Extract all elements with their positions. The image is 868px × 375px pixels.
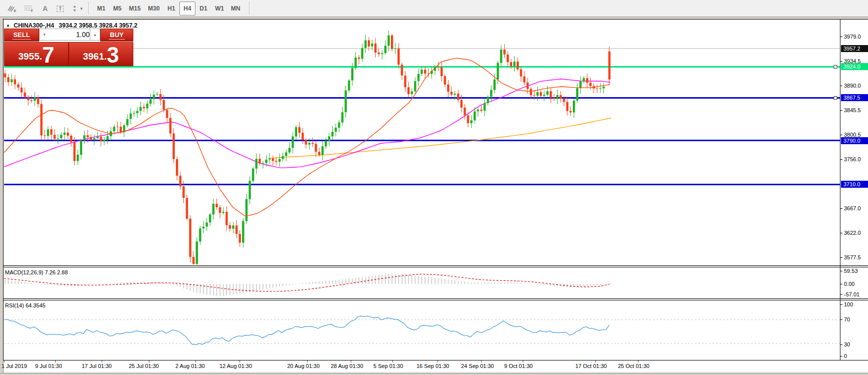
axis-tick <box>840 356 842 356</box>
sell-button-label: SELL <box>12 31 31 40</box>
axis-tick <box>840 344 842 345</box>
axis-tick <box>840 61 842 62</box>
axis-tick <box>840 294 842 295</box>
volume-increase-button[interactable]: ▲ <box>90 29 100 41</box>
axis-tick <box>840 304 842 305</box>
axis-tick <box>840 257 842 258</box>
price-tick-label: 3845.5 <box>844 107 861 113</box>
axis-tick <box>840 233 842 233</box>
price-level-badge: 3957.2 <box>841 45 868 52</box>
price-tick-label: 3577.5 <box>844 254 861 260</box>
rsi-tick-label: 30 <box>844 341 850 347</box>
axis-tick <box>840 37 842 37</box>
buy-price-fraction: 3 <box>107 45 119 66</box>
sell-price-fraction: 7 <box>42 45 54 66</box>
buy-button-label: BUY <box>109 31 124 40</box>
price-axis-border <box>840 19 840 360</box>
axis-tick <box>840 135 842 135</box>
price-level-badge: 3790.0 <box>841 137 868 144</box>
buy-price-main: 3961 <box>83 51 104 66</box>
symbol-period-label: CHINA300-,H4 <box>14 22 54 29</box>
volume-input[interactable] <box>49 29 93 41</box>
price-level-badge: 3867.5 <box>841 94 868 101</box>
price-level-badge: 3924.0 <box>841 63 868 70</box>
price-level-badge: 3710.0 <box>841 181 868 188</box>
axis-tick <box>840 208 842 209</box>
axis-tick <box>840 159 842 160</box>
sell-button[interactable]: SELL <box>4 29 39 42</box>
macd-tick-label: 0.00 <box>844 281 854 287</box>
rsi-tick-label: 100 <box>844 301 853 307</box>
macd-tick-label: 59.53 <box>844 268 858 274</box>
price-tick-label: 3756.0 <box>844 156 861 162</box>
ohlc-values: 3934.2 3958.5 3928.4 3957.2 <box>59 22 137 29</box>
rsi-label: RSI(14) 64.3545 <box>5 302 46 308</box>
rsi-tick-label: 0 <box>844 353 847 359</box>
macd-tick-label: -57.01 <box>844 291 859 297</box>
price-tick-label: 3622.0 <box>844 230 861 236</box>
collapse-triangle-icon[interactable]: ▲ <box>6 23 10 28</box>
price-tick-label: 3667.0 <box>844 205 861 211</box>
sell-price-tile[interactable]: 3955 . 7 <box>4 42 69 66</box>
spinner-up-icon: ▲ <box>93 33 97 37</box>
buy-price-tile[interactable]: 3961 . 3 <box>69 42 133 66</box>
rsi-tick-label: 70 <box>844 316 850 322</box>
axis-tick <box>840 110 842 111</box>
axis-tick <box>840 86 842 86</box>
volume-decrease-button[interactable]: ▼ <box>39 29 50 41</box>
buy-button[interactable]: BUY <box>100 29 133 42</box>
chart-title: ▲ CHINA300-,H4 3934.2 3958.5 3928.4 3957… <box>6 22 137 29</box>
axis-tick <box>840 271 842 271</box>
price-tick-label: 3890.0 <box>844 83 861 89</box>
axis-tick <box>840 319 842 320</box>
axis-tick <box>840 284 842 284</box>
sell-price-main: 3955 <box>18 51 39 66</box>
macd-label: MACD(12,26,9) 7.26 2.88 <box>5 269 68 275</box>
spinner-down-icon: ▼ <box>43 33 47 37</box>
price-tick-label: 3979.0 <box>844 34 861 40</box>
